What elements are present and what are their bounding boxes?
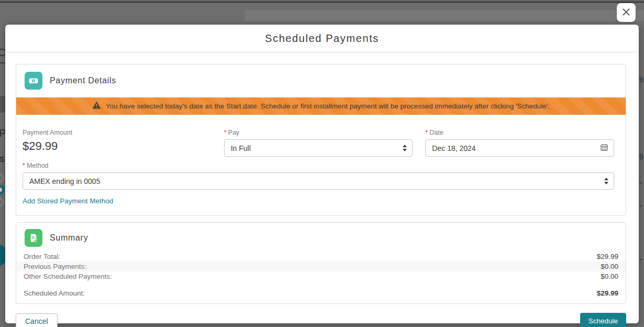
close-icon: [621, 7, 631, 18]
add-stored-payment-method-link[interactable]: Add Stored Payment Method: [23, 197, 113, 205]
background-radio-fragment: [0, 173, 4, 183]
payment-details-card: Payment Details You have selected today'…: [16, 64, 626, 216]
pay-select[interactable]: In Full: [224, 139, 413, 157]
method-label: *Method: [23, 162, 614, 169]
background-light-band: [245, 10, 644, 21]
background-divider-fragment: [0, 62, 5, 63]
scheduled-payments-modal: Scheduled Payments Payment Details: [5, 25, 639, 323]
background-radio-selected-fragment: [0, 185, 5, 194]
warning-text: You have selected today's date as the St…: [106, 102, 550, 110]
summary-rows: Order Total: $29.99 Previous Payments: $…: [16, 252, 626, 298]
summary-row-label: Order Total:: [24, 252, 60, 261]
date-input-value: Dec 18, 2024: [432, 144, 475, 152]
schedule-button[interactable]: Schedule: [580, 313, 626, 327]
summary-row-label: Previous Payments:: [24, 262, 86, 271]
background-text-fragment: P: [0, 127, 5, 139]
cancel-button[interactable]: Cancel: [16, 313, 58, 327]
summary-row-value: $0.00: [601, 262, 618, 271]
summary-row-scheduled-amount: Scheduled Amount: $29.99: [16, 288, 626, 298]
close-button[interactable]: [617, 3, 636, 22]
pay-select-value: In Full: [231, 144, 251, 152]
payment-amount-field: Payment Amount $29.99: [23, 129, 212, 157]
required-marker: *: [425, 129, 428, 136]
summary-total-value: $29.99: [597, 289, 618, 298]
background-dash-fragment: [639, 259, 642, 260]
summary-row-previous-payments: Previous Payments: $0.00: [16, 261, 626, 271]
document-edit-icon: [25, 229, 42, 247]
background-bar-fragment: [0, 96, 5, 113]
pay-label: *Pay: [224, 129, 413, 136]
background-price-fragment: 9: [639, 152, 643, 161]
method-field: *Method AMEX ending in 0005: [16, 157, 626, 190]
summary-header: Summary: [16, 223, 626, 252]
summary-total-label: Scheduled Amount:: [24, 289, 85, 298]
warning-triangle-icon: [92, 101, 101, 111]
summary-row-order-total: Order Total: $29.99: [16, 252, 626, 261]
method-select[interactable]: AMEX ending in 0005: [23, 172, 614, 190]
summary-row-other-scheduled: Other Scheduled Payments: $0.00: [16, 271, 626, 281]
banknote-icon: [25, 72, 42, 90]
background-text-fragment: C: [0, 46, 5, 59]
payment-amount-label: Payment Amount: [23, 129, 212, 136]
calendar-icon[interactable]: [600, 143, 608, 154]
payment-details-title: Payment Details: [50, 76, 116, 85]
date-field: *Date Dec 18, 2024: [425, 129, 614, 157]
payment-details-header: Payment Details: [16, 64, 626, 96]
payment-form-row: Payment Amount $29.99 *Pay In Full *Date: [16, 115, 626, 157]
summary-row-value: $0.00: [601, 272, 618, 281]
required-marker: *: [224, 129, 227, 136]
modal-title: Scheduled Payments: [265, 32, 379, 45]
background-top-bar: [0, 0, 644, 3]
pay-field: *Pay In Full: [224, 129, 413, 157]
background-text-fragment: S: [0, 155, 5, 164]
warning-banner: You have selected today's date as the St…: [16, 97, 626, 115]
modal-header: Scheduled Payments: [5, 25, 639, 52]
modal-body: Payment Details You have selected today'…: [5, 52, 639, 327]
required-marker: *: [23, 162, 25, 169]
select-spinner-icon: [403, 145, 407, 151]
method-select-value: AMEX ending in 0005: [29, 177, 100, 186]
date-input[interactable]: Dec 18, 2024: [425, 139, 614, 157]
background-price-fragment: 9: [639, 75, 643, 84]
background-dash-fragment: [639, 182, 642, 183]
background-radio-fragment: [0, 198, 4, 207]
summary-row-label: Other Scheduled Payments:: [24, 272, 112, 281]
summary-title: Summary: [50, 233, 88, 243]
background-dash-fragment: [639, 205, 642, 206]
modal-footer: Cancel Schedule: [16, 313, 626, 327]
summary-card: Summary Order Total: $29.99 Previous Pay…: [16, 222, 626, 304]
payment-amount-value: $29.99: [23, 139, 212, 153]
summary-row-value: $29.99: [597, 252, 618, 261]
date-label: *Date: [425, 129, 614, 136]
select-spinner-icon: [604, 178, 608, 184]
screen: C P S 9 9 Scheduled Payments: [0, 0, 644, 327]
